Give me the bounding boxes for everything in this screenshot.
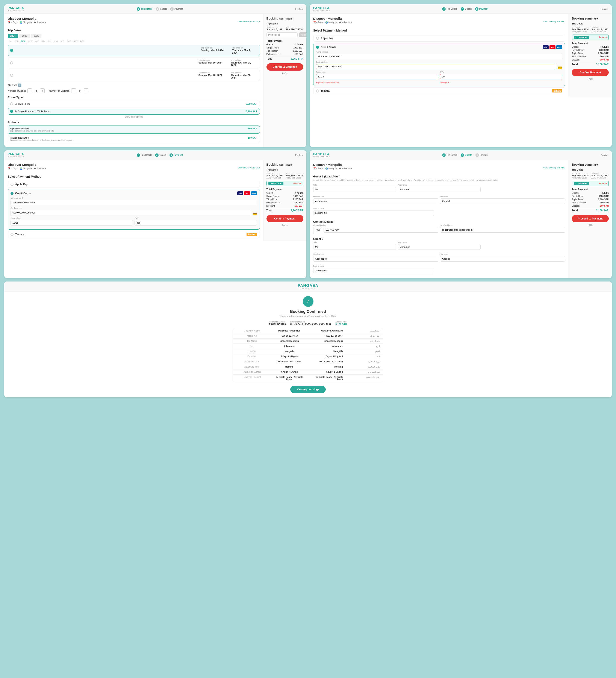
- guest2-dob[interactable]: [313, 268, 434, 273]
- expire-date-3[interactable]: [10, 220, 133, 226]
- children-minus[interactable]: −: [71, 88, 76, 93]
- guest1-middlename[interactable]: [313, 198, 438, 204]
- confirm-payment-btn-3[interactable]: Confirm Payment: [267, 215, 303, 222]
- card-number-2[interactable]: [316, 64, 556, 69]
- date-option-3[interactable]: Trip starts on Sunday, Mar 20, 2024 Trip…: [8, 70, 260, 81]
- date-option-1[interactable]: Trip starts on Sunday, Mar 3, 2024 Trip …: [8, 45, 260, 56]
- proceed-payment-btn[interactable]: Proceed to Payment: [572, 215, 609, 222]
- month-jul[interactable]: JUL: [47, 40, 52, 43]
- phone-input[interactable]: [323, 227, 438, 233]
- header-2: PANGAEA ADVENTURE CLUB ✓ Trip Details › …: [310, 4, 612, 14]
- promo-btn-1[interactable]: Apply: [299, 32, 306, 37]
- month-aug[interactable]: AUG: [53, 40, 59, 43]
- guest2-surname[interactable]: [440, 256, 565, 262]
- faqs-2[interactable]: FAQs: [572, 78, 609, 80]
- bc-step3-2: 3 Payment: [475, 7, 488, 11]
- room-option-1[interactable]: 2x Twin Room 3,000 SAR: [8, 101, 260, 107]
- adults-counter: Number of Adults − 4 +: [8, 88, 45, 93]
- guest1-surname[interactable]: [440, 198, 565, 204]
- brand-sub-1: ADVENTURE CLUB: [8, 10, 25, 11]
- date-end-1: Trip ends on Thursday, Mar 7, 2024: [232, 47, 256, 54]
- trip-title-1: Discover Mongolia: [8, 17, 46, 21]
- confirm-title: Booking Confirmed: [9, 309, 607, 314]
- body-3: Discover Mongolia 📅 4 Days 🌍 Mongolia 🏔 …: [4, 160, 306, 241]
- month-sep[interactable]: SEP: [60, 40, 65, 43]
- month-may[interactable]: MAY: [34, 40, 40, 43]
- view-itinerary-2[interactable]: View Itinerary and Map: [543, 21, 565, 23]
- panel-booking-confirmed: PANGAEA ADVENTURE CLUB ✓ Booking Confirm…: [4, 281, 612, 398]
- faqs-3[interactable]: FAQs: [267, 224, 303, 226]
- month-nov[interactable]: NOV: [73, 40, 79, 43]
- brand-name-1: PANGAEA: [8, 6, 25, 10]
- confirm-payment-btn-2[interactable]: Confirm Payment: [572, 69, 609, 76]
- month-mar[interactable]: MAR: [21, 40, 27, 43]
- confirm-detail-row: Location Mongolia Mongolia الموقع: [233, 349, 383, 354]
- cvv-2[interactable]: [440, 74, 562, 79]
- faqs-1[interactable]: FAQs: [267, 72, 303, 75]
- addon-insurance[interactable]: Travel Insurance Insurance includes canc…: [8, 135, 260, 143]
- body-1: Discover Mongolia 📅 4 Days 🌍 Mongolia 🏔 …: [4, 14, 306, 147]
- tamara-option-2[interactable]: Tamara tamara: [313, 87, 565, 95]
- breadcrumb-2: ✓ Trip Details › ✓ Guests › 3 Payment: [442, 7, 488, 11]
- apple-pay-option-3[interactable]: Apple Pay: [8, 181, 260, 188]
- expire-date-2[interactable]: [316, 74, 438, 79]
- cvv-3[interactable]: [134, 220, 257, 226]
- month-apr[interactable]: APR: [27, 40, 33, 43]
- name-on-card-3[interactable]: [10, 200, 257, 205]
- lang-2: English: [601, 8, 608, 10]
- month-oct[interactable]: OCT: [66, 40, 72, 43]
- confirm-detail-row: Type Adventure Adventure النوع: [233, 344, 383, 349]
- room-option-2[interactable]: 1x Single Room + 1x Triple Room 3,100 SA…: [8, 108, 260, 115]
- view-itinerary-4[interactable]: View Itinerary and Map: [543, 166, 565, 169]
- card-number-3[interactable]: [10, 210, 251, 216]
- guest1-firstname[interactable]: [398, 187, 480, 192]
- view-itinerary-1[interactable]: View Itinerary and Map: [238, 21, 260, 23]
- year-2024[interactable]: 2024: [8, 34, 18, 38]
- adults-minus[interactable]: −: [28, 88, 32, 93]
- year-2026[interactable]: 2026: [31, 34, 41, 38]
- date-option-2[interactable]: Trip starts on Sunday, Mar 10, 2024 Trip…: [8, 57, 260, 69]
- faqs-4[interactable]: FAQs: [572, 224, 609, 226]
- bc-step3: 3 Payment: [170, 7, 183, 11]
- show-more-1[interactable]: Show more options: [8, 116, 260, 118]
- bc-dot2: 2: [156, 7, 159, 11]
- guest2-middlename[interactable]: [313, 256, 438, 262]
- header-5: PANGAEA ADVENTURE CLUB: [4, 281, 612, 292]
- guest1-note: Ensure that the name and date of birth m…: [313, 179, 565, 182]
- brand-4: PANGAEA ADVENTURE CLUB: [313, 153, 330, 157]
- name-on-card-2[interactable]: [316, 53, 563, 59]
- guest1-title-select[interactable]: Mr Mrs Ms: [313, 187, 396, 192]
- main-2: Discover Mongolia 📅 4 Days 🌍 Mongolia 🏔 …: [310, 14, 569, 98]
- children-plus[interactable]: +: [84, 88, 88, 93]
- brand-name-2: PANGAEA: [313, 6, 330, 10]
- guest2-title-select[interactable]: Mr: [313, 244, 396, 250]
- date-pair-2: Trip starts on Sunday, Mar 10, 2024 Trip…: [197, 59, 258, 67]
- cyber-deal-3: CYBER DEAL Remove: [267, 181, 303, 186]
- addon-car[interactable]: A private 4x4 car Expert chauffeurs ensu…: [8, 125, 260, 134]
- date-pair-3: Trip starts on Sunday, Mar 20, 2024 Trip…: [197, 72, 258, 79]
- year-2025[interactable]: 2025: [19, 34, 30, 38]
- view-itinerary-3[interactable]: View Itinerary and Map: [238, 166, 260, 169]
- guest2-section: Guest 2 Title Mr First name: [313, 237, 565, 275]
- month-feb[interactable]: FEB: [14, 40, 20, 43]
- promo-input-1[interactable]: [267, 32, 298, 37]
- month-dec[interactable]: DEC: [79, 40, 85, 43]
- tamara-option-3[interactable]: Tamara tamara: [8, 231, 260, 238]
- confirm-continue-btn[interactable]: Confirm & Continue: [267, 63, 303, 71]
- guest2-firstname[interactable]: [398, 244, 480, 250]
- remove-link-2[interactable]: Remove: [599, 36, 607, 39]
- adults-plus[interactable]: +: [40, 88, 45, 93]
- month-jun[interactable]: JUN: [40, 40, 46, 43]
- email-input[interactable]: [440, 227, 565, 233]
- month-jan[interactable]: JAN: [8, 40, 13, 43]
- trip-type-1: 🏔 Adventure: [34, 21, 46, 24]
- panel-guest-info: PANGAEA ADVENTURE CLUB ✓ Trip Details › …: [310, 150, 612, 278]
- credit-cards-label-2: Credit Cards: [321, 46, 336, 49]
- cyber-deal-2: CYBER DEAL Remove: [572, 35, 609, 40]
- view-bookings-btn[interactable]: View my bookings: [290, 386, 325, 393]
- lang-1: English: [295, 8, 303, 10]
- guest1-dob[interactable]: [313, 210, 434, 216]
- trip-dates-label-1: Trip Dates: [267, 22, 303, 25]
- apple-pay-option-2[interactable]: Apple Pay: [313, 35, 565, 42]
- confirm-detail-row: Trip Name Discover Mongolia Discover Mon…: [233, 339, 383, 344]
